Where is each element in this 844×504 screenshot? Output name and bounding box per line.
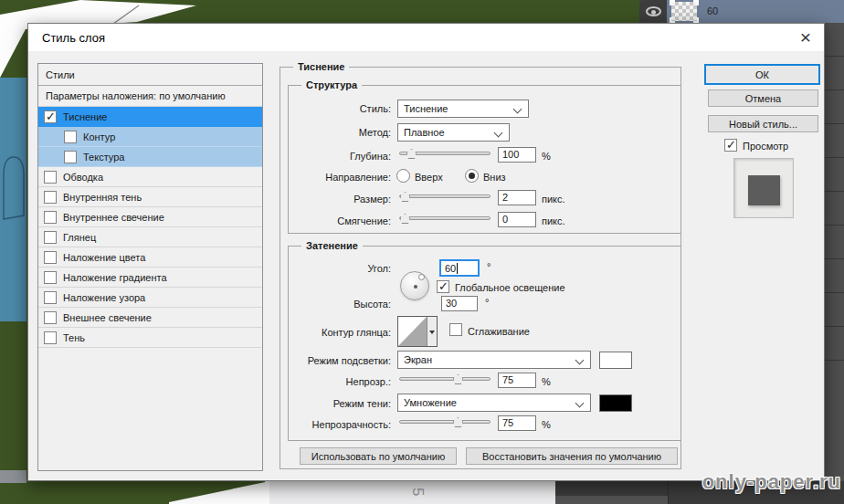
shadow-opacity-thumb[interactable] [453, 417, 463, 427]
new-style-button[interactable]: Новый стиль... [708, 115, 818, 132]
depth-slider[interactable] [399, 149, 492, 160]
list-item-drop-shadow[interactable]: Тень [38, 328, 262, 348]
list-item-satin[interactable]: Глянец [38, 227, 262, 247]
angle-label: Угол: [367, 263, 391, 274]
text-caret [457, 263, 458, 274]
direction-up-radio[interactable] [396, 169, 410, 183]
chevron-down-icon [575, 356, 585, 365]
altitude-label: Высота: [353, 299, 391, 310]
reset-default-button[interactable]: Восстановить значения по умолчанию [466, 447, 678, 465]
chevron-down-icon [513, 105, 522, 114]
selection-corner-icon [693, 0, 699, 5]
inner-glow-checkbox[interactable] [44, 211, 57, 224]
list-item-inner-glow[interactable]: Внутреннее свечение [38, 207, 262, 227]
size-label: Размер: [353, 194, 391, 205]
antialias-checkbox[interactable] [449, 323, 462, 336]
style-dropdown[interactable]: Тиснение [397, 100, 529, 118]
ok-button[interactable]: ОК [704, 64, 820, 85]
depth-slider-thumb[interactable] [406, 149, 417, 159]
layer-visibility-eye-icon[interactable] [646, 6, 661, 16]
stroke-checkbox[interactable] [44, 171, 57, 184]
satin-checkbox[interactable] [44, 231, 57, 244]
angle-dial-marker[interactable] [418, 274, 425, 280]
soften-slider-thumb[interactable] [400, 214, 410, 224]
altitude-input[interactable]: 30 [441, 296, 478, 311]
close-icon[interactable]: × [794, 26, 818, 49]
list-item-contour[interactable]: Контур [38, 127, 262, 147]
depth-unit: % [542, 151, 551, 162]
chevron-down-icon [575, 399, 585, 408]
list-item-stroke[interactable]: Обводка [38, 167, 262, 187]
texture-checkbox[interactable] [64, 151, 77, 163]
style-preview-thumbnail [733, 158, 794, 218]
gloss-contour-label: Контур глянца: [322, 327, 391, 338]
list-item-bevel[interactable]: Тиснение [38, 107, 262, 127]
panel-rows [822, 23, 844, 388]
inner-shadow-checkbox[interactable] [44, 191, 57, 204]
selected-layer-row[interactable]: 60 [667, 0, 844, 23]
contour-checkbox[interactable] [64, 131, 77, 143]
styles-list: Стили Параметры наложения: по умолчанию … [37, 63, 263, 471]
soften-slider[interactable] [399, 214, 492, 225]
styles-header: Стили [38, 64, 262, 86]
layer-opacity-value: 60 [707, 5, 718, 16]
list-item-inner-shadow[interactable]: Внутренняя тень [38, 187, 262, 207]
opacity1-unit: % [542, 376, 551, 387]
layer-style-dialog: Стиль слоя × Стили Параметры наложения: … [27, 23, 825, 481]
opacity2-label: Непрозрачность: [312, 419, 391, 430]
highlight-mode-dropdown[interactable]: Экран [397, 351, 591, 369]
watermark: only-paper.ru [702, 470, 841, 494]
shadow-mode-dropdown[interactable]: Умножение [397, 394, 591, 412]
size-input[interactable]: 2 [498, 190, 536, 205]
selection-corner-icon [670, 0, 675, 5]
global-light-label: Глобальное освещение [455, 282, 565, 293]
list-item-blending-options[interactable]: Параметры наложения: по умолчанию [38, 86, 262, 107]
gradient-overlay-checkbox[interactable] [44, 271, 57, 284]
bevel-checkbox[interactable] [44, 110, 57, 123]
dialog-title: Стиль слоя [42, 31, 105, 45]
list-item-texture[interactable]: Текстура [38, 147, 262, 167]
direction-down-label: Вниз [483, 172, 506, 183]
gloss-contour-picker[interactable] [397, 316, 438, 347]
layer-thumbnail[interactable] [671, 2, 697, 21]
method-dropdown[interactable]: Плавное [397, 123, 510, 142]
angle-input[interactable]: 60 [439, 259, 480, 277]
shadow-opacity-slider[interactable] [399, 417, 492, 428]
list-item-outer-glow[interactable]: Внешнее свечение [38, 308, 262, 328]
altitude-degree: ° [485, 297, 489, 308]
drop-shadow-checkbox[interactable] [44, 331, 57, 344]
preview-label: Просмотр [743, 141, 788, 152]
color-overlay-checkbox[interactable] [44, 251, 57, 264]
shadow-color-swatch[interactable] [599, 394, 632, 412]
opacity2-input[interactable]: 75 [498, 415, 536, 431]
cancel-button[interactable]: Отмена [708, 89, 818, 107]
set-default-button[interactable]: Использовать по умолчанию [300, 447, 457, 465]
highlight-color-swatch[interactable] [599, 352, 632, 369]
chevron-down-icon [494, 129, 503, 138]
pattern-overlay-checkbox[interactable] [44, 291, 57, 304]
preview-checkbox[interactable] [724, 139, 737, 152]
size-slider-thumb[interactable] [400, 192, 410, 202]
dialog-titlebar[interactable]: Стиль слоя × [28, 24, 824, 51]
gloss-contour-arrow[interactable] [427, 317, 437, 346]
bottom-panel-band [555, 496, 668, 504]
depth-input[interactable]: 100 [498, 147, 536, 163]
opacity1-input[interactable]: 75 [498, 373, 536, 388]
list-item-pattern-overlay[interactable]: Наложение узора [38, 288, 262, 308]
outer-glow-checkbox[interactable] [44, 311, 57, 324]
angle-dial[interactable] [400, 271, 429, 300]
angle-degree: ° [487, 261, 491, 272]
direction-label: Направление: [325, 172, 391, 183]
list-item-gradient-overlay[interactable]: Наложение градиента [38, 268, 262, 288]
size-slider[interactable] [399, 192, 492, 203]
angle-dial-center [414, 285, 417, 289]
soften-input[interactable]: 0 [498, 212, 536, 227]
soften-unit: пикс. [542, 215, 565, 226]
global-light-checkbox[interactable] [437, 280, 449, 293]
highlight-opacity-thumb[interactable] [453, 374, 463, 384]
list-item-color-overlay[interactable]: Наложение цвета [38, 247, 262, 268]
styles-list-empty-area [38, 348, 262, 470]
gloss-contour-thumbnail[interactable] [398, 317, 427, 346]
highlight-opacity-slider[interactable] [399, 374, 492, 385]
direction-down-radio[interactable] [465, 169, 479, 183]
